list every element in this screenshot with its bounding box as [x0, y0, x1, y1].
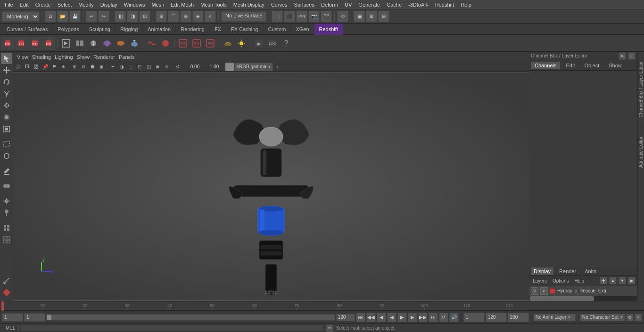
menu-windows[interactable]: Windows — [121, 1, 148, 8]
rotate-tool-btn[interactable] — [1, 76, 12, 88]
rs-icon-pr2[interactable]: PR — [190, 37, 203, 50]
snap-live-btn[interactable]: ⋄ — [205, 11, 216, 22]
redo-btn[interactable]: ↪ — [98, 11, 109, 22]
vp-mat-icon[interactable]: ◙ — [153, 63, 162, 71]
tab-fx-caching[interactable]: FX Caching — [226, 24, 263, 35]
layer-p-btn[interactable]: P — [540, 287, 548, 295]
script-editor-btn[interactable]: ≡ — [326, 324, 333, 332]
vp-wire-icon[interactable]: ⬟ — [88, 63, 97, 71]
menu-uv[interactable]: UV — [342, 1, 355, 8]
vp-tex-icon[interactable]: ◫ — [144, 63, 153, 71]
rs-icon-8[interactable] — [100, 37, 114, 50]
rs-icon-pr3[interactable]: PR — [204, 37, 217, 50]
save-scene-btn[interactable]: 💾 — [69, 11, 81, 22]
xray-btn[interactable]: ⬚ — [272, 11, 283, 22]
rs-dome-icon[interactable] — [221, 37, 234, 50]
play-fwd-btn[interactable]: ▶ — [397, 313, 407, 322]
char-set-btn1[interactable]: ⚙ — [626, 314, 634, 321]
vp-refresh-icon[interactable]: ↺ — [173, 63, 182, 71]
rs-render-btn1[interactable]: ▶ — [252, 37, 265, 50]
vp-ao-icon[interactable]: ◌ — [126, 63, 135, 71]
scale-tool-btn[interactable] — [1, 88, 12, 99]
loop-btn[interactable]: ↺ — [439, 313, 448, 322]
render-region-btn[interactable]: ⬛ — [284, 11, 295, 22]
tab-animation[interactable]: Animation — [143, 24, 176, 35]
options-menu-btn[interactable]: Options — [551, 278, 570, 284]
panels-menu[interactable]: Panels — [119, 54, 135, 60]
vp-img-icon[interactable]: 🖼 — [32, 63, 41, 71]
paint-btn[interactable] — [1, 165, 12, 177]
char-set-btn2[interactable]: ≡ — [635, 314, 642, 321]
rs-help-icon[interactable]: ? — [280, 37, 293, 50]
layer-v-btn[interactable]: V — [531, 287, 538, 295]
settings-btn[interactable]: ⚙ — [337, 11, 348, 22]
pivot-btn[interactable] — [1, 195, 12, 207]
vp-scene-icon[interactable]: ⊡ — [135, 63, 144, 71]
open-scene-btn[interactable]: 📂 — [57, 11, 68, 22]
timeline-range-slider[interactable] — [46, 314, 335, 321]
start-frame-field[interactable]: 1 — [24, 313, 45, 322]
grid-add-btn[interactable] — [1, 234, 12, 245]
workspace-dropdown[interactable]: Modeling — [2, 11, 40, 22]
tab-rendering[interactable]: Rendering — [176, 24, 210, 35]
cb-close-btn[interactable]: ✕ — [619, 52, 626, 60]
current-frame-field[interactable]: 1 — [2, 313, 23, 322]
edit-tab[interactable]: Edit — [562, 62, 578, 69]
lasso-select-btn[interactable] — [1, 150, 12, 162]
layer-arrow-down[interactable]: ▼ — [619, 277, 626, 284]
menu-modify[interactable]: Modify — [75, 1, 96, 8]
render-tab-btn[interactable]: Render — [556, 267, 579, 275]
anim-layer-dropdown[interactable]: No Anim Layer ▾ — [533, 314, 576, 321]
range-end-field[interactable]: 120 — [336, 314, 355, 321]
rs-icon-1[interactable]: RV — [1, 37, 14, 50]
timeline-numbers[interactable]: 1 10 20 30 40 50 60 70 80 90 1 — [0, 301, 644, 310]
snap-view-btn[interactable]: ◈ — [192, 11, 204, 22]
rs-icon-9[interactable] — [114, 37, 127, 50]
object-tab[interactable]: Object — [580, 62, 603, 69]
rs-icon-3[interactable]: IPR — [28, 37, 41, 50]
vp-subdiv-icon[interactable]: ⧉ — [79, 63, 88, 71]
rs-icon-pr1[interactable]: PR — [176, 37, 190, 50]
layer-color-swatch[interactable] — [550, 288, 555, 294]
menu-cache[interactable]: Cache — [384, 1, 405, 8]
cb-max-btn[interactable]: □ — [628, 52, 636, 60]
tab-custom[interactable]: Custom — [264, 24, 291, 35]
rect-select-btn[interactable] — [1, 138, 12, 150]
vp-light-icon[interactable]: ☀ — [108, 63, 117, 71]
show-menu[interactable]: Show — [77, 54, 90, 60]
tab-fx[interactable]: FX — [210, 24, 226, 35]
range-handle-left[interactable] — [47, 315, 51, 320]
rs-render-btn2[interactable]: LOG — [266, 37, 279, 50]
layout-btn1[interactable]: ▣ — [354, 11, 365, 22]
max-range-field[interactable]: 200 — [508, 313, 529, 322]
move-tool-btn[interactable] — [1, 65, 12, 76]
vp-chevron-icon[interactable]: › — [273, 63, 282, 71]
menu-select[interactable]: Select — [55, 1, 75, 8]
new-scene-btn[interactable]: 🗋 — [45, 11, 56, 22]
snap-together-btn[interactable] — [1, 180, 12, 192]
select-by-poly-btn[interactable]: ◧ — [115, 11, 126, 22]
layer-arrow-up[interactable]: ▲ — [609, 277, 617, 284]
lighting-menu[interactable]: Lighting — [55, 54, 73, 60]
prev-frame-btn[interactable]: ◀ — [377, 313, 386, 322]
vp-bookmark-icon[interactable]: ★ — [59, 63, 67, 71]
menu-help[interactable]: Help — [458, 1, 474, 8]
camera-btn[interactable]: 📷 — [308, 11, 320, 22]
audio-btn[interactable]: 🔊 — [449, 313, 459, 322]
grid-select-btn[interactable] — [1, 222, 12, 234]
select-poly-btn[interactable]: ◨ — [127, 11, 138, 22]
menu-generate[interactable]: Generate — [355, 1, 383, 8]
menu-3dto-all[interactable]: -3DtoAll- — [405, 1, 431, 8]
menu-mesh-tools[interactable]: Mesh Tools — [198, 1, 229, 8]
show-tab[interactable]: Show — [605, 62, 626, 69]
select-tool-btn[interactable] — [1, 53, 12, 64]
anim-tab-btn[interactable]: Anim — [582, 267, 599, 275]
vp-shadow-icon[interactable]: ◑ — [117, 63, 126, 71]
menu-mesh-display[interactable]: Mesh Display — [231, 1, 267, 8]
pin-btn[interactable] — [1, 207, 12, 219]
display-tab-btn[interactable]: Display — [531, 267, 553, 275]
menu-edit-mesh[interactable]: Edit Mesh — [168, 1, 197, 8]
measure-btn[interactable] — [1, 275, 12, 286]
tab-redshift[interactable]: Redshift — [314, 24, 343, 35]
menu-curves[interactable]: Curves — [268, 1, 290, 8]
